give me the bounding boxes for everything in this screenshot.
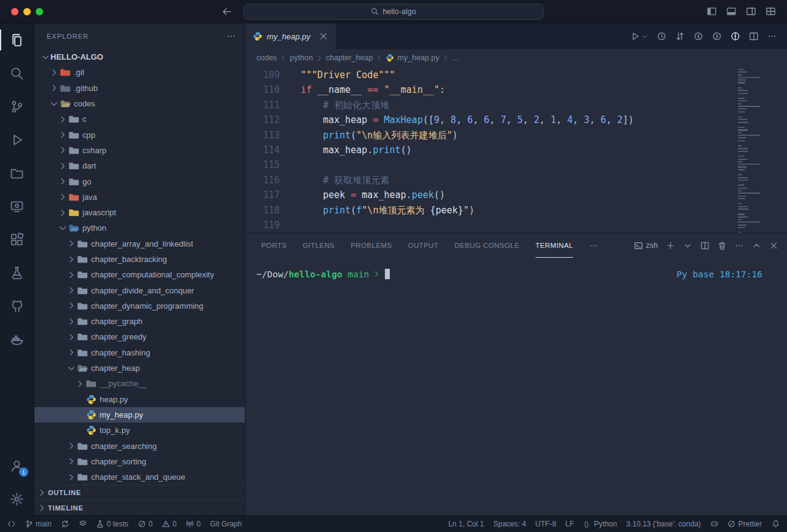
status-warnings[interactable]: 0 bbox=[162, 520, 176, 528]
code-line[interactable]: 118 print(f"\n堆顶元素为 {peek}") bbox=[245, 203, 787, 218]
timeline-icon[interactable] bbox=[657, 31, 666, 41]
tree-item-csharp[interactable]: csharp bbox=[34, 143, 245, 158]
activitybar-docker[interactable] bbox=[0, 322, 34, 355]
activitybar-search[interactable] bbox=[0, 57, 34, 90]
breadcrumb-item[interactable]: chapter_heap bbox=[326, 54, 373, 62]
status-notifications[interactable] bbox=[772, 520, 780, 528]
activitybar-github[interactable] bbox=[0, 289, 34, 322]
tree-item-chapter-greedy[interactable]: chapter_greedy bbox=[34, 329, 245, 344]
commit-graph-icon[interactable] bbox=[730, 31, 740, 41]
split-terminal-icon[interactable] bbox=[700, 241, 710, 250]
tree-item-heap-py[interactable]: heap.py bbox=[34, 392, 245, 407]
status-indentation[interactable]: Spaces: 4 bbox=[493, 520, 526, 528]
activitybar-accounts[interactable]: 1 bbox=[0, 449, 34, 482]
toggle-secondary-sidebar-icon[interactable] bbox=[746, 6, 756, 17]
tree-item-chapter-divide-and-conquer[interactable]: chapter_divide_and_conquer bbox=[34, 282, 245, 298]
close-window-button[interactable] bbox=[11, 8, 18, 15]
code-line[interactable]: 113 print("\n输入列表并建堆后") bbox=[245, 128, 787, 143]
activitybar-remote-explorer[interactable] bbox=[0, 189, 34, 223]
status-language-mode[interactable]: {}Python bbox=[583, 520, 617, 528]
panel-tab-problems[interactable]: PROBLEMS bbox=[350, 233, 392, 258]
zoom-window-button[interactable] bbox=[36, 8, 43, 15]
activitybar-source-control[interactable] bbox=[0, 90, 34, 123]
status-errors[interactable]: 0 bbox=[138, 520, 152, 528]
tree-item-chapter-sorting[interactable]: chapter_sorting bbox=[34, 454, 245, 469]
kill-terminal-icon[interactable] bbox=[718, 241, 727, 250]
code-line[interactable]: 115​ bbox=[245, 157, 787, 172]
section-timeline[interactable]: TIMELINE bbox=[34, 500, 245, 515]
breadcrumb-item[interactable]: python bbox=[290, 54, 313, 62]
code-line[interactable]: 117 peek = max_heap.peek() bbox=[245, 188, 787, 202]
tree-item-python[interactable]: python bbox=[34, 220, 245, 236]
panel-tab-ports[interactable]: PORTS bbox=[261, 233, 287, 258]
status-encoding[interactable]: UTF-8 bbox=[536, 520, 556, 528]
maximize-panel-icon[interactable] bbox=[752, 241, 761, 250]
activitybar-settings[interactable] bbox=[0, 482, 34, 515]
status-git-graph[interactable]: Git Graph bbox=[210, 520, 242, 528]
tree-item-codes[interactable]: codes bbox=[34, 96, 245, 111]
new-terminal-icon[interactable] bbox=[666, 241, 675, 250]
terminal[interactable]: ~/Dow/hello-algo main Py base 18:17:16 bbox=[245, 258, 787, 515]
code-line[interactable]: 109"""Driver Code""" bbox=[245, 68, 787, 82]
tree-item-cpp[interactable]: cpp bbox=[34, 127, 245, 142]
panel-tab-terminal[interactable]: TERMINAL bbox=[536, 233, 573, 258]
panel-tab-gitlens[interactable]: GITLENS bbox=[303, 233, 334, 258]
split-editor-icon[interactable] bbox=[749, 31, 759, 41]
tab-my-heap-py[interactable]: my_heap.py bbox=[245, 23, 336, 49]
tree-item-dart[interactable]: dart bbox=[34, 158, 245, 173]
previous-change-icon[interactable] bbox=[694, 31, 703, 41]
tree-item-chapter-array-and-linkedlist[interactable]: chapter_array_and_linkedlist bbox=[34, 236, 245, 252]
code-line[interactable]: 111 # 初始化大顶堆 bbox=[245, 98, 787, 113]
close-panel-icon[interactable] bbox=[769, 241, 778, 250]
status-remote-indicator[interactable] bbox=[7, 520, 16, 528]
tree-item-chapter-backtracking[interactable]: chapter_backtracking bbox=[34, 252, 245, 267]
terminal-launch-profile-icon[interactable] bbox=[683, 241, 692, 250]
activitybar-testing[interactable] bbox=[0, 256, 34, 289]
tree-item-java[interactable]: java bbox=[34, 189, 245, 205]
next-change-icon[interactable] bbox=[712, 31, 722, 41]
back-icon[interactable] bbox=[221, 6, 232, 17]
section-outline[interactable]: OUTLINE bbox=[34, 485, 245, 500]
customize-layout-icon[interactable] bbox=[765, 6, 776, 17]
breadcrumb-item[interactable]: my_heap.py bbox=[386, 54, 439, 62]
toggle-panel-icon[interactable] bbox=[726, 6, 737, 17]
tree-item-javascript[interactable]: javascript bbox=[34, 205, 245, 220]
tree-item-chapter-hashing[interactable]: chapter_hashing bbox=[34, 345, 245, 360]
activitybar-project-manager[interactable] bbox=[0, 156, 34, 189]
command-center-search[interactable]: hello-algo bbox=[243, 4, 544, 20]
tree-item--git[interactable]: .git bbox=[34, 65, 245, 80]
code-line[interactable]: 114 max_heap.print() bbox=[245, 143, 787, 157]
activitybar-explorer[interactable] bbox=[0, 23, 34, 57]
tree-item-c[interactable]: c bbox=[34, 111, 245, 127]
toggle-primary-sidebar-icon[interactable] bbox=[706, 6, 717, 17]
terminal-picker[interactable]: zsh bbox=[634, 241, 658, 250]
tree-item-top-k-py[interactable]: top_k.py bbox=[34, 423, 245, 438]
tree-item-chapter-dynamic-programming[interactable]: chapter_dynamic_programming bbox=[34, 298, 245, 314]
tree-item-hello-algo[interactable]: HELLO-ALGO bbox=[34, 49, 245, 65]
status-prettier[interactable]: Prettier bbox=[727, 520, 762, 528]
tree-item--github[interactable]: .github bbox=[34, 81, 245, 96]
status-copilot-status[interactable] bbox=[710, 520, 719, 528]
panel-tabs-more-icon[interactable] bbox=[589, 241, 598, 250]
tree-item-chapter-stack-and-queue[interactable]: chapter_stack_and_queue bbox=[34, 469, 245, 485]
status-python-interpreter[interactable]: 3.10.13 ('base': conda) bbox=[626, 520, 700, 528]
panel-tab-output[interactable]: OUTPUT bbox=[408, 233, 439, 258]
status-gitlens-status[interactable] bbox=[79, 520, 87, 528]
panel-tab-debug-console[interactable]: DEBUG CONSOLE bbox=[454, 233, 520, 258]
activitybar-extensions[interactable] bbox=[0, 223, 34, 256]
breadcrumb-item[interactable]: codes bbox=[256, 54, 277, 62]
breadcrumb-item[interactable]: ... bbox=[452, 54, 458, 62]
editor-more-actions-icon[interactable] bbox=[767, 31, 777, 41]
open-changes-icon[interactable] bbox=[675, 31, 685, 41]
status-git-sync[interactable] bbox=[61, 520, 69, 528]
tree-item-chapter-computational-complexity[interactable]: chapter_computational_complexity bbox=[34, 267, 245, 282]
status-git-branch[interactable]: main bbox=[25, 520, 52, 528]
code-line[interactable]: 110if __name__ == "__main__": bbox=[245, 82, 787, 97]
status-forwarded-ports[interactable]: 0 bbox=[186, 520, 200, 528]
tree-item-go[interactable]: go bbox=[34, 173, 245, 189]
code-line[interactable]: 119​ bbox=[245, 218, 787, 232]
tree-item-chapter-heap[interactable]: chapter_heap bbox=[34, 360, 245, 376]
tree-item-chapter-graph[interactable]: chapter_graph bbox=[34, 314, 245, 329]
minimap[interactable] bbox=[738, 69, 782, 232]
run-python-file-button[interactable] bbox=[630, 31, 648, 41]
